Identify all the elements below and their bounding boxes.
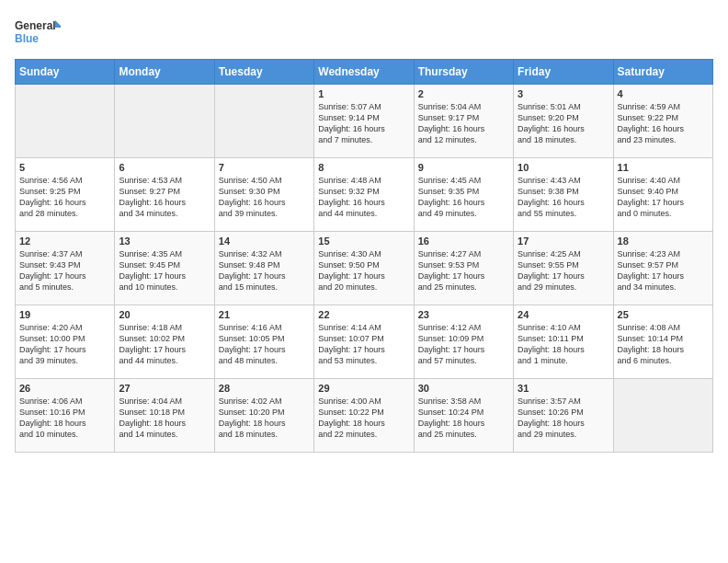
day-info: Sunrise: 4:10 AM Sunset: 10:11 PM Daylig…	[518, 322, 609, 367]
day-number: 1	[318, 88, 409, 99]
day-info: Sunrise: 4:25 AM Sunset: 9:55 PM Dayligh…	[518, 248, 609, 293]
col-header-sunday: Sunday	[16, 60, 115, 85]
svg-text:Blue: Blue	[15, 32, 39, 45]
calendar-cell: 18Sunrise: 4:23 AM Sunset: 9:57 PM Dayli…	[613, 232, 712, 305]
day-info: Sunrise: 4:40 AM Sunset: 9:40 PM Dayligh…	[618, 175, 709, 220]
day-number: 22	[318, 309, 409, 320]
calendar-cell: 7Sunrise: 4:50 AM Sunset: 9:30 PM Daylig…	[214, 158, 313, 232]
logo: General Blue	[15, 15, 61, 52]
day-number: 12	[19, 236, 110, 247]
calendar-week-row: 1Sunrise: 5:07 AM Sunset: 9:14 PM Daylig…	[16, 85, 713, 158]
day-info: Sunrise: 4:14 AM Sunset: 10:07 PM Daylig…	[318, 322, 409, 367]
col-header-monday: Monday	[115, 60, 214, 85]
day-number: 25	[618, 309, 709, 320]
day-number: 3	[518, 88, 609, 99]
calendar-cell	[613, 379, 712, 453]
day-info: Sunrise: 4:16 AM Sunset: 10:05 PM Daylig…	[219, 322, 310, 367]
calendar-week-row: 19Sunrise: 4:20 AM Sunset: 10:00 PM Dayl…	[16, 305, 713, 379]
calendar-cell: 21Sunrise: 4:16 AM Sunset: 10:05 PM Dayl…	[214, 305, 313, 379]
calendar-cell: 5Sunrise: 4:56 AM Sunset: 9:25 PM Daylig…	[16, 158, 115, 232]
day-info: Sunrise: 4:53 AM Sunset: 9:27 PM Dayligh…	[119, 175, 210, 220]
day-number: 7	[219, 162, 310, 173]
svg-text:General: General	[15, 19, 56, 32]
calendar-cell: 29Sunrise: 4:00 AM Sunset: 10:22 PM Dayl…	[314, 379, 414, 453]
day-number: 18	[618, 236, 709, 247]
day-info: Sunrise: 4:50 AM Sunset: 9:30 PM Dayligh…	[219, 175, 310, 220]
calendar-cell: 26Sunrise: 4:06 AM Sunset: 10:16 PM Dayl…	[16, 379, 115, 453]
logo-svg: General Blue	[15, 15, 61, 52]
day-info: Sunrise: 3:57 AM Sunset: 10:26 PM Daylig…	[518, 396, 609, 441]
day-info: Sunrise: 4:59 AM Sunset: 9:22 PM Dayligh…	[618, 101, 709, 146]
day-info: Sunrise: 4:04 AM Sunset: 10:18 PM Daylig…	[119, 396, 210, 441]
day-number: 6	[119, 162, 210, 173]
day-info: Sunrise: 4:06 AM Sunset: 10:16 PM Daylig…	[19, 396, 110, 441]
day-info: Sunrise: 4:43 AM Sunset: 9:38 PM Dayligh…	[518, 175, 609, 220]
day-info: Sunrise: 4:35 AM Sunset: 9:45 PM Dayligh…	[119, 248, 210, 293]
calendar-week-row: 12Sunrise: 4:37 AM Sunset: 9:43 PM Dayli…	[16, 232, 713, 305]
day-number: 9	[418, 162, 509, 173]
day-number: 8	[318, 162, 409, 173]
day-number: 28	[219, 383, 310, 394]
calendar-cell: 3Sunrise: 5:01 AM Sunset: 9:20 PM Daylig…	[514, 85, 613, 158]
day-number: 21	[219, 309, 310, 320]
calendar-cell	[214, 85, 313, 158]
day-number: 19	[19, 309, 110, 320]
day-number: 23	[418, 309, 509, 320]
calendar-cell: 9Sunrise: 4:45 AM Sunset: 9:35 PM Daylig…	[414, 158, 513, 232]
day-number: 14	[219, 236, 310, 247]
page-header: General Blue	[15, 15, 713, 52]
day-info: Sunrise: 4:48 AM Sunset: 9:32 PM Dayligh…	[318, 175, 409, 220]
calendar-cell: 17Sunrise: 4:25 AM Sunset: 9:55 PM Dayli…	[514, 232, 613, 305]
day-info: Sunrise: 4:56 AM Sunset: 9:25 PM Dayligh…	[19, 175, 110, 220]
day-number: 24	[518, 309, 609, 320]
day-number: 27	[119, 383, 210, 394]
calendar-cell: 22Sunrise: 4:14 AM Sunset: 10:07 PM Dayl…	[314, 305, 414, 379]
day-number: 29	[318, 383, 409, 394]
day-info: Sunrise: 4:02 AM Sunset: 10:20 PM Daylig…	[219, 396, 310, 441]
col-header-saturday: Saturday	[613, 60, 712, 85]
day-number: 31	[518, 383, 609, 394]
day-info: Sunrise: 4:08 AM Sunset: 10:14 PM Daylig…	[618, 322, 709, 367]
calendar-cell: 30Sunrise: 3:58 AM Sunset: 10:24 PM Dayl…	[414, 379, 513, 453]
col-header-friday: Friday	[514, 60, 613, 85]
day-info: Sunrise: 4:18 AM Sunset: 10:02 PM Daylig…	[119, 322, 210, 367]
calendar-week-row: 5Sunrise: 4:56 AM Sunset: 9:25 PM Daylig…	[16, 158, 713, 232]
calendar-cell: 23Sunrise: 4:12 AM Sunset: 10:09 PM Dayl…	[414, 305, 513, 379]
day-info: Sunrise: 5:04 AM Sunset: 9:17 PM Dayligh…	[418, 101, 509, 146]
calendar-cell: 4Sunrise: 4:59 AM Sunset: 9:22 PM Daylig…	[613, 85, 712, 158]
day-info: Sunrise: 4:32 AM Sunset: 9:48 PM Dayligh…	[219, 248, 310, 293]
day-number: 5	[19, 162, 110, 173]
calendar-cell: 1Sunrise: 5:07 AM Sunset: 9:14 PM Daylig…	[314, 85, 414, 158]
day-info: Sunrise: 3:58 AM Sunset: 10:24 PM Daylig…	[418, 396, 509, 441]
calendar-cell: 28Sunrise: 4:02 AM Sunset: 10:20 PM Dayl…	[214, 379, 313, 453]
day-number: 26	[19, 383, 110, 394]
calendar-cell: 15Sunrise: 4:30 AM Sunset: 9:50 PM Dayli…	[314, 232, 414, 305]
calendar-cell: 16Sunrise: 4:27 AM Sunset: 9:53 PM Dayli…	[414, 232, 513, 305]
day-number: 30	[418, 383, 509, 394]
day-info: Sunrise: 4:00 AM Sunset: 10:22 PM Daylig…	[318, 396, 409, 441]
day-number: 4	[618, 88, 709, 99]
day-number: 16	[418, 236, 509, 247]
day-number: 2	[418, 88, 509, 99]
day-number: 20	[119, 309, 210, 320]
calendar-cell	[115, 85, 214, 158]
day-info: Sunrise: 4:45 AM Sunset: 9:35 PM Dayligh…	[418, 175, 509, 220]
day-info: Sunrise: 4:27 AM Sunset: 9:53 PM Dayligh…	[418, 248, 509, 293]
calendar-cell: 24Sunrise: 4:10 AM Sunset: 10:11 PM Dayl…	[514, 305, 613, 379]
day-info: Sunrise: 4:20 AM Sunset: 10:00 PM Daylig…	[19, 322, 110, 367]
day-number: 11	[618, 162, 709, 173]
calendar-week-row: 26Sunrise: 4:06 AM Sunset: 10:16 PM Dayl…	[16, 379, 713, 453]
calendar-table: SundayMondayTuesdayWednesdayThursdayFrid…	[15, 59, 713, 453]
day-info: Sunrise: 4:30 AM Sunset: 9:50 PM Dayligh…	[318, 248, 409, 293]
calendar-cell: 20Sunrise: 4:18 AM Sunset: 10:02 PM Dayl…	[115, 305, 214, 379]
calendar-cell: 2Sunrise: 5:04 AM Sunset: 9:17 PM Daylig…	[414, 85, 513, 158]
calendar-cell: 25Sunrise: 4:08 AM Sunset: 10:14 PM Dayl…	[613, 305, 712, 379]
svg-marker-2	[55, 20, 61, 28]
calendar-cell: 10Sunrise: 4:43 AM Sunset: 9:38 PM Dayli…	[514, 158, 613, 232]
calendar-cell: 13Sunrise: 4:35 AM Sunset: 9:45 PM Dayli…	[115, 232, 214, 305]
calendar-header-row: SundayMondayTuesdayWednesdayThursdayFrid…	[16, 60, 713, 85]
col-header-thursday: Thursday	[414, 60, 513, 85]
col-header-tuesday: Tuesday	[214, 60, 313, 85]
day-info: Sunrise: 5:07 AM Sunset: 9:14 PM Dayligh…	[318, 101, 409, 146]
day-number: 15	[318, 236, 409, 247]
